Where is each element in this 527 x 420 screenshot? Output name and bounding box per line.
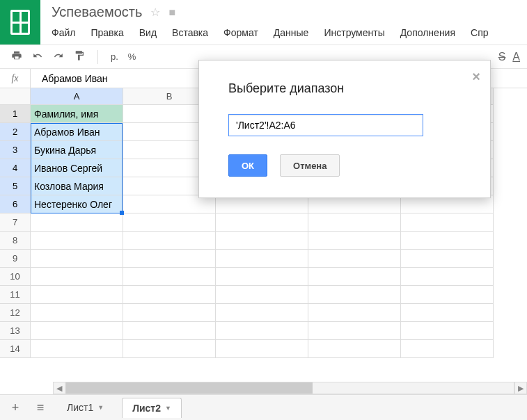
cell[interactable] — [216, 232, 308, 250]
cell[interactable] — [216, 250, 308, 268]
row-header[interactable]: 1 — [0, 105, 31, 123]
text-color-button[interactable]: A — [512, 51, 520, 63]
tab-dropdown-icon[interactable]: ▼ — [165, 405, 171, 412]
cell[interactable] — [401, 304, 494, 322]
ok-button[interactable]: ОК — [228, 154, 267, 177]
document-title[interactable]: Успеваемость — [52, 4, 142, 20]
cell[interactable] — [401, 340, 494, 358]
cell[interactable] — [401, 232, 494, 250]
row-header[interactable]: 14 — [0, 340, 31, 358]
all-sheets-button[interactable]: ≡ — [32, 399, 49, 416]
cell[interactable]: Нестеренко Олег — [31, 195, 123, 213]
cell[interactable] — [308, 286, 401, 304]
cell[interactable] — [308, 340, 401, 358]
print-icon[interactable] — [11, 50, 22, 64]
undo-icon[interactable] — [32, 51, 43, 63]
menu-data[interactable]: Данные — [274, 27, 309, 38]
menu-edit[interactable]: Правка — [91, 27, 123, 38]
row-header[interactable]: 12 — [0, 304, 31, 322]
tab-dropdown-icon[interactable]: ▼ — [97, 404, 104, 411]
percent-button[interactable]: % — [128, 51, 136, 62]
menu-tools[interactable]: Инструменты — [324, 27, 384, 38]
cell[interactable] — [123, 268, 216, 286]
cell[interactable] — [308, 322, 401, 340]
sheet-tab-2[interactable]: Лист2 ▼ — [122, 398, 182, 418]
menu-file[interactable]: Файл — [52, 27, 75, 38]
row-header[interactable]: 7 — [0, 213, 31, 232]
cell[interactable] — [401, 268, 494, 286]
cell[interactable] — [123, 213, 216, 232]
cell[interactable] — [123, 304, 216, 322]
move-folder-icon[interactable]: ■ — [168, 6, 175, 19]
cell[interactable] — [31, 250, 123, 268]
cell[interactable] — [401, 322, 494, 340]
strikethrough-button[interactable]: S — [498, 51, 506, 63]
cell[interactable] — [216, 304, 308, 322]
menu-help[interactable]: Спр — [471, 27, 488, 38]
cell[interactable] — [308, 304, 401, 322]
cancel-button[interactable]: Отмена — [280, 154, 340, 177]
cell[interactable]: Букина Дарья — [31, 141, 123, 159]
range-input[interactable] — [228, 114, 423, 136]
row-header[interactable]: 5 — [0, 177, 31, 195]
cell[interactable]: Фамилия, имя — [31, 105, 123, 123]
cell[interactable] — [123, 250, 216, 268]
cell[interactable] — [123, 340, 216, 358]
row-header[interactable]: 8 — [0, 232, 31, 250]
cell[interactable] — [216, 268, 308, 286]
cell[interactable] — [31, 232, 123, 250]
cell[interactable] — [216, 286, 308, 304]
add-sheet-button[interactable]: + — [7, 399, 24, 416]
cell[interactable] — [401, 213, 494, 232]
cell[interactable] — [401, 286, 494, 304]
cell[interactable] — [123, 286, 216, 304]
row-header[interactable]: 4 — [0, 159, 31, 177]
cell[interactable] — [31, 213, 123, 232]
row-header[interactable]: 11 — [0, 286, 31, 304]
row-header[interactable]: 2 — [0, 123, 31, 141]
cell[interactable] — [31, 268, 123, 286]
title-area: Успеваемость ☆ ■ Файл Правка Вид Вставка… — [40, 0, 527, 38]
star-icon[interactable]: ☆ — [150, 6, 160, 19]
row-header[interactable]: 10 — [0, 268, 31, 286]
cell[interactable] — [216, 213, 308, 232]
cell[interactable] — [123, 232, 216, 250]
cell[interactable] — [216, 322, 308, 340]
fx-icon[interactable]: fx — [0, 69, 31, 88]
row-header[interactable]: 3 — [0, 141, 31, 159]
scroll-right-icon[interactable]: ▶ — [514, 382, 527, 394]
cell[interactable] — [216, 340, 308, 358]
row-header[interactable]: 6 — [0, 195, 31, 213]
close-icon[interactable]: × — [472, 69, 480, 85]
cell[interactable] — [123, 322, 216, 340]
row-header[interactable]: 13 — [0, 322, 31, 340]
cell[interactable] — [31, 286, 123, 304]
cell[interactable] — [308, 268, 401, 286]
paint-format-icon[interactable] — [74, 50, 85, 64]
sheet-tab-1-label: Лист1 — [67, 402, 93, 413]
menu-format[interactable]: Формат — [223, 27, 258, 38]
cell[interactable] — [31, 304, 123, 322]
cell[interactable] — [308, 250, 401, 268]
sheets-logo — [0, 0, 40, 45]
cell[interactable]: Козлова Мария — [31, 177, 123, 195]
cell[interactable] — [31, 340, 123, 358]
cell[interactable] — [308, 232, 401, 250]
horizontal-scrollbar[interactable]: ◀ ▶ — [0, 382, 527, 394]
cell[interactable]: Абрамов Иван — [31, 123, 123, 141]
menu-addons[interactable]: Дополнения — [400, 27, 455, 38]
row-header[interactable]: 9 — [0, 250, 31, 268]
currency-button[interactable]: р. — [111, 51, 118, 62]
cell[interactable]: Иванов Сергей — [31, 159, 123, 177]
cell[interactable] — [401, 250, 494, 268]
cell[interactable] — [308, 213, 401, 232]
menu-insert[interactable]: Вставка — [172, 27, 208, 38]
menu-view[interactable]: Вид — [139, 27, 157, 38]
scroll-left-icon[interactable]: ◀ — [53, 382, 65, 394]
cell[interactable] — [31, 322, 123, 340]
select-all-corner[interactable] — [0, 88, 31, 105]
formula-input[interactable]: Абрамов Иван — [31, 73, 108, 84]
redo-icon[interactable] — [53, 51, 64, 63]
sheet-tab-1[interactable]: Лист1 ▼ — [57, 398, 113, 417]
column-header-a[interactable]: A — [31, 88, 123, 105]
